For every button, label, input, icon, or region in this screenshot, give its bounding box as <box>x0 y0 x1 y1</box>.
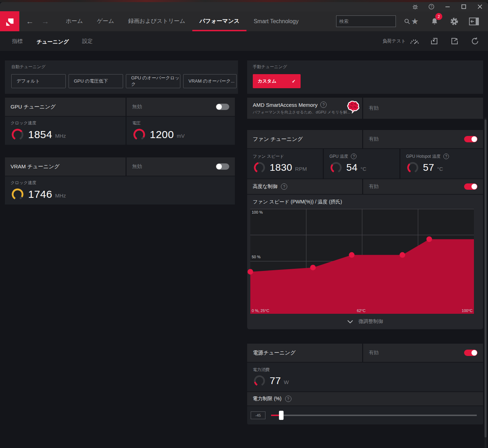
gpu-tuning-header: GPU チューニング 無効 <box>5 98 235 116</box>
nav-item-smart-technology[interactable]: Smart Technology <box>246 11 306 31</box>
power-limit-row: 電力制限 (%) ? <box>247 392 483 405</box>
gpu-clock-unit: MHz <box>55 133 66 139</box>
favorites-button[interactable]: ★ <box>408 14 422 28</box>
smart-access-help-icon[interactable]: ? <box>320 102 327 108</box>
gear-icon <box>450 17 459 26</box>
fan-curve-point[interactable] <box>349 252 354 258</box>
nav-item-games[interactable]: ゲーム <box>90 11 121 31</box>
power-limit-slider[interactable] <box>271 415 477 416</box>
nav-item-home[interactable]: ホーム <box>59 11 90 31</box>
manual-tuning-panel: 手動チューニング カスタム ✓ <box>247 60 483 94</box>
xtick-mid: 62°C <box>357 309 366 313</box>
fan-curve-plot: 100 % 50 % 0 %, 25°C 62°C 100°C <box>250 209 474 314</box>
amd-arrow-icon <box>4 15 16 27</box>
undervolt-gpu-button[interactable]: GPU の電圧低下 <box>69 74 123 88</box>
titlebar: ? <box>0 2 488 11</box>
power-consumption-unit: W <box>284 379 289 385</box>
smart-access-card: AMD SmartAccess Memory ? パフォーマンスを向上させるため… <box>247 98 483 119</box>
tab-tuning[interactable]: チューニング <box>30 31 75 51</box>
share-export-icon <box>450 37 459 45</box>
power-limit-help-icon[interactable]: ? <box>285 396 291 402</box>
gpu-voltage-unit: mV <box>177 133 185 139</box>
help-icon: ? <box>428 4 435 10</box>
notification-badge: 2 <box>435 13 442 20</box>
default-button[interactable]: デフォルト <box>11 74 66 88</box>
gpu-tuning-body: クロック速度 1854 MHz 電圧 <box>5 117 235 145</box>
power-limit-value-box[interactable]: -45 <box>251 411 265 419</box>
load-profile-button[interactable] <box>428 35 440 47</box>
power-limit-slider-row: -45 <box>247 406 483 424</box>
fan-speed-label: ファン スピード <box>253 154 307 160</box>
auto-tuning-buttons: デフォルト GPU の電圧低下 GPU のオーバークロック VRAM のオーバー… <box>5 70 238 88</box>
forward-button[interactable]: → <box>38 11 53 31</box>
fan-speed-value: 1830 <box>270 162 292 173</box>
amd-logo[interactable] <box>0 11 19 31</box>
scrollbar-thumb[interactable] <box>484 119 487 437</box>
smart-access-state: 有効 <box>369 105 379 111</box>
fan-curve-card: ファン スピード (PWM(%)) / 温度 (摂氏) 100 % 50 % 0… <box>247 195 483 329</box>
collapse-panel-icon <box>469 18 479 25</box>
collapse-panel-button[interactable] <box>467 14 481 28</box>
gpu-clock-stat: クロック速度 1854 MHz <box>5 120 66 142</box>
vram-tuning-title: VRAM チューニング <box>5 163 59 170</box>
fine-tune-expander[interactable]: 微調整制御 <box>247 314 483 329</box>
gpu-tuning-title: GPU チューニング <box>5 104 56 110</box>
fan-tuning-header: ファン チューニング 有効 <box>247 130 483 148</box>
svg-text:?: ? <box>430 5 432 9</box>
xtick-min: 0 %, 25°C <box>252 309 269 313</box>
vram-tuning-state: 無効 <box>132 163 142 170</box>
speedometer-icon <box>409 37 420 45</box>
nav-item-record-stream[interactable]: 録画およびストリーム <box>121 11 193 31</box>
stress-test-label: 負荷テスト <box>383 38 406 44</box>
ytick-50: 50 % <box>252 255 261 259</box>
maximize-button[interactable] <box>456 2 472 11</box>
reset-button[interactable] <box>469 35 481 47</box>
auto-tuning-title: 自動チューニング <box>5 60 238 70</box>
hotspot-temp-help-icon[interactable]: ? <box>443 154 449 159</box>
custom-preset-button[interactable]: カスタム ✓ <box>253 74 301 88</box>
fan-curve-point[interactable] <box>248 269 253 274</box>
settings-button[interactable] <box>447 14 461 28</box>
close-button[interactable] <box>472 2 488 11</box>
star-icon: ★ <box>411 17 419 26</box>
power-tuning-toggle[interactable] <box>464 350 477 356</box>
bug-report-button[interactable] <box>407 2 423 11</box>
performance-subnav: 指標 チューニング 設定 負荷テスト <box>0 31 488 51</box>
minimize-button[interactable] <box>439 2 456 11</box>
notifications-button[interactable]: 2 <box>428 14 442 28</box>
power-gauge-icon <box>253 374 266 388</box>
power-tuning-state: 有効 <box>369 350 379 356</box>
fine-tune-label: 微調整制御 <box>359 318 383 325</box>
vram-clock-gauge-icon <box>11 187 25 201</box>
stress-test-button[interactable]: 負荷テスト <box>383 37 420 45</box>
nav-item-performance[interactable]: パフォーマンス <box>192 11 246 31</box>
back-button[interactable]: ← <box>22 11 38 31</box>
fan-curve-point[interactable] <box>399 252 405 258</box>
tab-metrics[interactable]: 指標 <box>6 31 29 51</box>
navbar-right: ★ 2 <box>336 11 488 31</box>
vram-tuning-header: VRAM チューニング 無効 <box>5 157 235 176</box>
check-icon: ✓ <box>292 79 296 84</box>
power-consumption-value: 77 <box>270 375 281 387</box>
fan-tuning-state: 有効 <box>369 136 379 142</box>
fan-speed-gauge-icon <box>253 161 266 174</box>
advanced-control-toggle[interactable] <box>464 183 477 190</box>
export-profile-button[interactable] <box>449 35 461 47</box>
search-input[interactable] <box>336 19 404 24</box>
power-limit-slider-thumb[interactable] <box>279 411 284 420</box>
fan-curve-point[interactable] <box>426 236 432 242</box>
vram-tuning-toggle[interactable] <box>216 163 229 170</box>
radeon-software-window: ? ← → ホーム ゲー <box>0 0 488 448</box>
gpu-tuning-toggle[interactable] <box>216 104 229 110</box>
fan-curve-point[interactable] <box>310 265 316 270</box>
gpu-temp-stat: GPU 温度? 54 °C <box>324 154 366 174</box>
overclock-gpu-button[interactable]: GPU のオーバークロック <box>126 74 180 88</box>
gpu-temp-unit: °C <box>360 166 366 172</box>
overclock-vram-button[interactable]: VRAM のオーバーク... <box>183 74 237 88</box>
subnav-right: 負荷テスト <box>383 31 488 51</box>
advanced-control-help-icon[interactable]: ? <box>281 183 287 190</box>
help-button[interactable]: ? <box>423 2 439 11</box>
fan-tuning-toggle[interactable] <box>464 136 477 142</box>
tab-settings[interactable]: 設定 <box>76 31 99 51</box>
gpu-temp-help-icon[interactable]: ? <box>351 154 357 159</box>
